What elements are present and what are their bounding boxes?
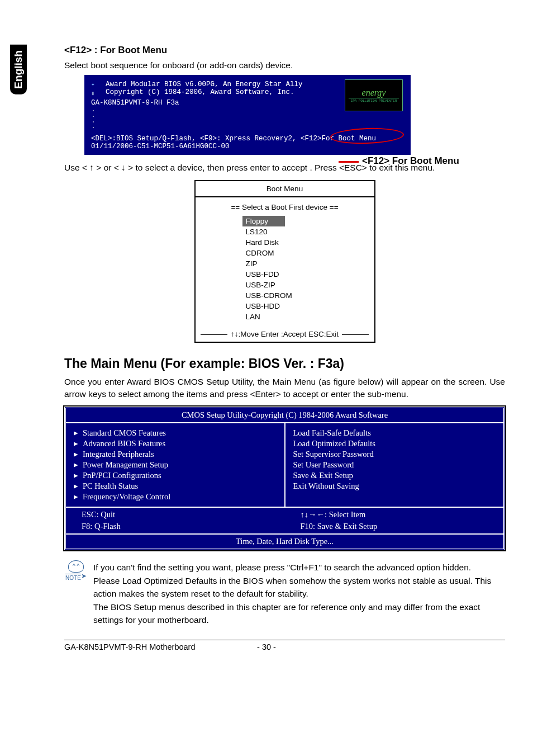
cmos-item-supervisor[interactable]: Set Supervisor Password bbox=[293, 449, 496, 460]
section1-desc: Select boot sequence for onboard (or add… bbox=[64, 59, 505, 72]
boot-item-zip[interactable]: ZIP bbox=[246, 258, 369, 269]
cmos-left-label: Advanced BIOS Features bbox=[83, 439, 165, 448]
post-line2: Copyright (C) 1984-2006, Award Software,… bbox=[106, 88, 303, 96]
cmos-item-power[interactable]: ▸Power Management Setup bbox=[74, 460, 277, 470]
language-tab: English bbox=[10, 45, 27, 94]
boot-menu-list: Floppy LS120 Hard Disk CDROM ZIP USB-FDD… bbox=[246, 216, 369, 322]
cmos-foot-qflash: F8: Q-Flash bbox=[74, 521, 277, 532]
post-line1: Award Modular BIOS v6.00PG, An Energy St… bbox=[106, 81, 303, 88]
energy-star-badge: energy EPA POLLUTION PREVENTER bbox=[345, 79, 403, 111]
boot-menu-subtitle: == Select a Boot First device == bbox=[201, 203, 369, 211]
boot-item-usbfdd[interactable]: USB-FDD bbox=[246, 269, 369, 280]
cmos-help: Time, Date, Hard Disk Type... bbox=[66, 535, 503, 549]
boot-menu-dialog: Boot Menu == Select a Boot First device … bbox=[194, 180, 375, 343]
cmos-item-pnp[interactable]: ▸PnP/PCI Configurations bbox=[74, 470, 277, 481]
boot-item-ls120[interactable]: LS120 bbox=[246, 226, 369, 237]
note-icon: ^ ^ NOTE ➤ bbox=[64, 560, 88, 581]
cmos-item-exitnosave[interactable]: Exit Without Saving bbox=[293, 481, 496, 492]
boot-item-floppy[interactable]: Floppy bbox=[242, 216, 285, 226]
cmos-item-health[interactable]: ▸PC Health Status bbox=[74, 481, 277, 492]
boot-item-usbzip[interactable]: USB-ZIP bbox=[246, 280, 369, 290]
footer-page: - 30 - bbox=[257, 642, 276, 651]
bios-post-screen: energy EPA POLLUTION PREVENTER ✦ ▮ Award… bbox=[84, 75, 411, 155]
cmos-item-failsafe[interactable]: Load Fail-Safe Defaults bbox=[293, 428, 496, 438]
section1-heading: <F12> : For Boot Menu bbox=[64, 45, 505, 56]
post-bottom2: 01/11/2006-C51-MCP51-6A61HG0CC-00 bbox=[91, 143, 404, 150]
boot-menu-title: Boot Menu bbox=[196, 181, 374, 197]
energy-star-text: energy bbox=[362, 88, 386, 98]
section2-heading: The Main Menu (For example: BIOS Ver. : … bbox=[64, 356, 505, 371]
cmos-item-advanced[interactable]: ▸Advanced BIOS Features bbox=[74, 438, 277, 449]
boot-item-lan[interactable]: LAN bbox=[246, 311, 369, 322]
award-logo-icon: ✦ ▮ bbox=[91, 81, 102, 97]
cmos-main-menu: CMOS Setup Utility-Copyright (C) 1984-20… bbox=[64, 407, 505, 550]
cmos-left-label: Power Management Setup bbox=[83, 460, 168, 469]
cmos-item-freq[interactable]: ▸Frequency/Voltage Control bbox=[74, 492, 277, 502]
note-label: NOTE bbox=[65, 574, 81, 581]
callout-line bbox=[339, 161, 359, 163]
cmos-left-label: Frequency/Voltage Control bbox=[83, 492, 170, 501]
section2-para: Once you enter Award BIOS CMOS Setup Uti… bbox=[64, 376, 505, 401]
cmos-item-saveexit[interactable]: Save & Exit Setup bbox=[293, 470, 496, 481]
cmos-item-peripherals[interactable]: ▸Integrated Peripherals bbox=[74, 449, 277, 460]
note-p1: If you can't find the setting you want, … bbox=[93, 561, 505, 574]
cmos-title: CMOS Setup Utility-Copyright (C) 1984-20… bbox=[66, 408, 503, 423]
note-p3: The BIOS Setup menus described in this c… bbox=[93, 601, 505, 626]
boot-item-usbcdrom[interactable]: USB-CDROM bbox=[246, 290, 369, 301]
boot-item-usbhdd[interactable]: USB-HDD bbox=[246, 301, 369, 311]
cmos-item-userpw[interactable]: Set User Password bbox=[293, 460, 496, 470]
boot-menu-footer: ↑↓:Move Enter :Accept ESC:Exit bbox=[196, 328, 374, 342]
boot-item-cdrom[interactable]: CDROM bbox=[246, 248, 369, 258]
footer-left: GA-K8N51PVMT-9-RH Motherboard bbox=[64, 642, 196, 651]
cmos-foot-quit: ESC: Quit bbox=[74, 509, 277, 521]
page-footer: GA-K8N51PVMT-9-RH Motherboard - 30 - bbox=[64, 640, 505, 651]
cmos-right-list: Load Fail-Safe Defaults Load Optimized D… bbox=[293, 428, 496, 492]
f12-callout: <F12> For Boot Menu bbox=[362, 155, 459, 167]
cmos-left-label: PnP/PCI Configurations bbox=[83, 471, 161, 480]
cmos-item-standard[interactable]: ▸Standard CMOS Features bbox=[74, 428, 277, 438]
cmos-item-optimized[interactable]: Load Optimized Defaults bbox=[293, 438, 496, 449]
energy-star-sub: EPA POLLUTION PREVENTER bbox=[349, 98, 399, 103]
cmos-left-label: Standard CMOS Features bbox=[83, 428, 166, 437]
cmos-foot-select: ↑↓→←: Select Item bbox=[293, 509, 496, 521]
cmos-left-label: PC Health Status bbox=[83, 481, 138, 490]
note-p2: Please Load Optimized Defaults in the BI… bbox=[93, 575, 505, 600]
cmos-foot-save: F10: Save & Exit Setup bbox=[293, 521, 496, 532]
cmos-left-label: Integrated Peripherals bbox=[83, 450, 154, 459]
cmos-left-list: ▸Standard CMOS Features ▸Advanced BIOS F… bbox=[74, 428, 277, 502]
boot-item-harddisk[interactable]: Hard Disk bbox=[246, 237, 369, 248]
